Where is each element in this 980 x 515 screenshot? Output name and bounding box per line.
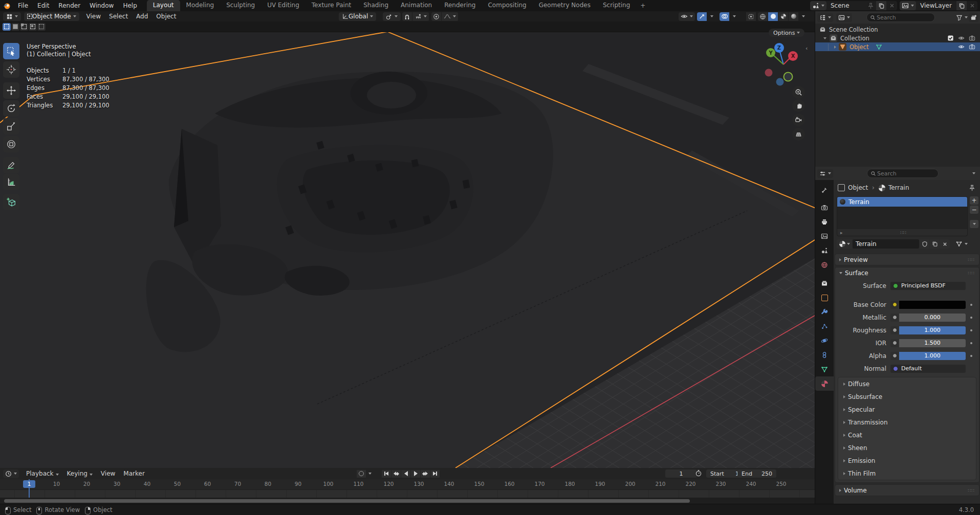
alpha-socket[interactable] xyxy=(890,352,899,360)
workspace-tab[interactable]: Rendering xyxy=(438,0,482,11)
workspace-tab[interactable]: Layout xyxy=(147,0,180,11)
select-mode-extend-button[interactable] xyxy=(11,23,19,31)
material-slot-list[interactable]: Terrain ▸ ∷∷ xyxy=(837,196,968,236)
play-reverse-button[interactable] xyxy=(401,470,410,478)
shading-wireframe-button[interactable] xyxy=(758,12,768,21)
viewlayer-selector[interactable]: ViewLayer xyxy=(900,1,977,10)
tab-modifiers[interactable] xyxy=(815,305,834,319)
material-nodes-dropdown[interactable] xyxy=(955,240,968,248)
animate-dot[interactable] xyxy=(970,304,972,306)
tab-material[interactable] xyxy=(815,376,834,391)
expand-caret-icon[interactable] xyxy=(823,37,826,39)
camera-view-button[interactable] xyxy=(792,114,805,126)
tab-object[interactable] xyxy=(815,290,834,305)
outliner-row-collection[interactable]: Collection xyxy=(815,34,980,42)
editor-type-button[interactable] xyxy=(3,12,21,21)
properties-options-dropdown[interactable] xyxy=(972,172,975,174)
tab-collection[interactable] xyxy=(815,276,834,290)
expand-caret-icon[interactable] xyxy=(834,46,836,49)
properties-search-input[interactable] xyxy=(876,170,924,177)
frame-end-field[interactable]: End250 xyxy=(737,469,776,478)
viewlayer-browse-icon[interactable] xyxy=(900,1,916,10)
pan-view-button[interactable] xyxy=(792,99,805,112)
roughness-slider[interactable]: 1.000 xyxy=(899,326,966,334)
slot-filter-arrow[interactable]: ▸ xyxy=(840,230,843,235)
collapsed-section-row[interactable]: Subsurface xyxy=(838,390,976,403)
transform-orientation-dropdown[interactable]: Global xyxy=(339,12,376,21)
metallic-socket[interactable] xyxy=(890,314,899,322)
hide-eye-icon[interactable] xyxy=(958,43,965,50)
shading-rendered-button[interactable] xyxy=(789,12,798,21)
workspace-tab[interactable]: Texture Paint xyxy=(306,0,357,11)
hide-eye-icon[interactable] xyxy=(958,35,965,41)
collapsed-section-row[interactable]: Sheen xyxy=(838,441,976,454)
tool-cursor[interactable] xyxy=(3,61,19,78)
remove-slot-button[interactable]: − xyxy=(970,206,978,214)
proportional-edit-toggle[interactable] xyxy=(431,12,441,21)
tool-select-box[interactable] xyxy=(3,43,19,59)
tab-scene[interactable] xyxy=(815,243,834,258)
axis-z-ball[interactable]: Z xyxy=(774,43,784,53)
properties-search[interactable] xyxy=(867,169,939,178)
viewport-menu-item[interactable]: Select xyxy=(105,13,132,20)
new-collection-button[interactable] xyxy=(969,13,978,22)
show-gizmo-toggle[interactable] xyxy=(697,12,707,21)
overlays-dropdown[interactable] xyxy=(730,12,737,21)
workspace-tab[interactable]: Animation xyxy=(395,0,438,11)
breadcrumb-object[interactable]: Object xyxy=(848,184,868,191)
select-mode-subtract-button[interactable] xyxy=(20,23,28,31)
tab-world[interactable] xyxy=(815,258,834,272)
breadcrumb-material[interactable]: Terrain xyxy=(888,184,909,191)
unlink-material-button[interactable] xyxy=(940,239,950,249)
scene-pin-icon[interactable] xyxy=(865,1,876,10)
timeline-menu-marker[interactable]: Marker xyxy=(119,470,148,477)
exclude-checkbox-icon[interactable] xyxy=(947,35,954,41)
outliner-row-object[interactable]: │ Object xyxy=(815,42,980,51)
play-button[interactable] xyxy=(411,470,420,478)
workspace-tab[interactable]: UV Editing xyxy=(261,0,306,11)
options-dropdown[interactable]: Options xyxy=(769,29,804,37)
scene-selector[interactable]: Scene xyxy=(810,1,897,10)
roughness-socket[interactable] xyxy=(890,326,899,334)
volume-panel[interactable]: Volume∷∷ xyxy=(835,484,979,496)
normal-field[interactable]: Default xyxy=(890,365,966,373)
select-mode-new-button[interactable] xyxy=(3,23,11,31)
topbar-menu-item[interactable]: Window xyxy=(85,2,118,9)
tab-particles[interactable] xyxy=(815,319,834,333)
viewport-3d-scene[interactable] xyxy=(0,32,815,468)
viewport-menu-item[interactable]: Add xyxy=(132,13,152,20)
collapsed-section-row[interactable]: Emission xyxy=(838,454,976,467)
add-slot-button[interactable]: + xyxy=(970,196,978,205)
select-mode-invert-button[interactable] xyxy=(29,23,37,31)
tool-add-cube[interactable] xyxy=(3,194,19,210)
base-color-swatch[interactable] xyxy=(899,301,966,309)
blender-logo-icon[interactable] xyxy=(0,2,13,10)
zoom-view-button[interactable] xyxy=(792,86,805,99)
tool-measure[interactable] xyxy=(3,174,19,190)
workspace-tab[interactable]: Geometry Nodes xyxy=(533,0,597,11)
tool-move[interactable] xyxy=(3,82,19,99)
viewport-menu-item[interactable]: View xyxy=(82,13,105,20)
shading-material-button[interactable] xyxy=(778,12,788,21)
disable-render-icon[interactable] xyxy=(969,43,975,50)
scrollbar-thumb[interactable] xyxy=(4,499,690,503)
tool-scale[interactable] xyxy=(3,118,19,135)
animate-dot[interactable] xyxy=(970,342,972,344)
animate-dot[interactable] xyxy=(970,355,972,357)
tab-constraints[interactable] xyxy=(815,348,834,362)
topbar-menu-item[interactable]: Render xyxy=(54,2,85,9)
outliner-display-mode-dropdown[interactable] xyxy=(836,13,852,22)
tab-tool[interactable] xyxy=(815,183,834,197)
topbar-menu-item[interactable]: Help xyxy=(118,2,141,9)
workspace-tab[interactable]: Sculpting xyxy=(220,0,261,11)
tab-output[interactable] xyxy=(815,215,834,229)
animate-dot[interactable] xyxy=(970,317,972,319)
outliner-editor-type-button[interactable] xyxy=(817,13,833,22)
timeline-editor-type-button[interactable] xyxy=(3,469,19,478)
auto-key-dropdown[interactable] xyxy=(366,470,373,478)
orthographic-view-button[interactable] xyxy=(792,128,805,141)
select-mode-intersect-button[interactable] xyxy=(37,23,46,31)
axis-y-ball[interactable]: Y xyxy=(766,48,775,57)
snap-to-dropdown[interactable] xyxy=(412,12,429,21)
pivot-point-dropdown[interactable] xyxy=(383,12,401,21)
